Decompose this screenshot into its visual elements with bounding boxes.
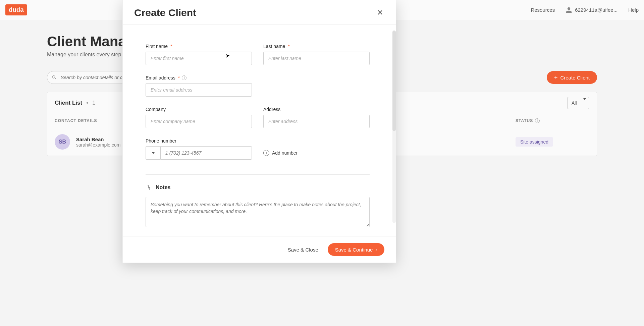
status-header-text: STATUS [516,118,533,123]
email-input[interactable] [146,83,252,97]
modal-body: First name* Last name* Email address* i [123,25,396,236]
search-icon [52,75,57,80]
required-star: * [288,44,289,49]
help-link[interactable]: Help [628,7,639,13]
contact-email: sarah@example.com [76,142,121,148]
status-badge: Site assigned [516,137,553,147]
status-filter[interactable]: All [567,97,589,109]
address-field-group: Address [263,107,370,128]
first-name-input[interactable] [146,52,252,65]
company-input[interactable] [146,115,252,128]
avatar: SB [55,134,70,150]
email-label: Email address* i [146,75,252,80]
list-separator: • [86,100,88,106]
plus-circle-icon: + [263,150,269,156]
phone-field-group: Phone number [146,138,252,160]
save-close-button[interactable]: Save & Close [288,247,318,253]
chevron-down-icon [152,152,155,154]
divider [146,174,370,175]
first-name-label-text: First name [146,44,168,49]
info-icon[interactable]: i [535,118,540,123]
company-label: Company [146,107,252,112]
list-count: 1 [92,100,95,106]
resources-label: Resources [531,7,555,13]
email-field-group: Email address* i [146,75,252,97]
first-name-label: First name* [146,44,252,49]
modal-footer: Save & Close Save & Continue › [123,236,396,263]
help-label: Help [628,7,639,13]
notes-label: Notes [156,184,170,191]
info-icon[interactable]: i [182,75,186,80]
close-icon: ✕ [377,8,383,17]
last-name-field-group: Last name* [263,44,370,65]
last-name-label: Last name* [263,44,370,49]
pin-icon [145,183,153,192]
required-star: * [178,75,180,80]
client-list-title: Client List • 1 [55,100,96,106]
required-star: * [170,44,172,49]
notes-textarea[interactable] [146,197,370,227]
chevron-right-icon: › [375,247,377,252]
account-menu[interactable]: 6229411a@uifee... [566,7,618,13]
save-continue-button[interactable]: Save & Continue › [328,243,384,256]
create-client-modal: Create Client ✕ First name* Last name* [122,0,396,263]
close-button[interactable]: ✕ [376,7,384,18]
address-label: Address [263,107,370,112]
logo[interactable]: duda [5,4,27,15]
last-name-label-text: Last name [263,44,285,49]
create-client-button[interactable]: + Create Client [547,71,597,84]
save-continue-label: Save & Continue [335,247,373,253]
list-title-text: Client List [55,100,82,106]
contact-name: Sarah Bean [76,137,121,142]
first-name-field-group: First name* [146,44,252,65]
scrollbar-thumb[interactable] [392,31,396,131]
address-input[interactable] [263,115,370,128]
company-field-group: Company [146,107,252,128]
user-icon [566,7,572,13]
col-header-status: STATUS i [516,118,589,123]
add-number-button[interactable]: + Add number [263,146,370,160]
modal-title: Create Client [134,7,196,18]
resources-link[interactable]: Resources [531,7,555,13]
notes-header: Notes [146,184,370,191]
email-label-text: Email address [146,75,175,80]
last-name-input[interactable] [263,52,370,65]
account-email: 6229411a@uifee... [575,7,618,13]
add-number-label: Add number [272,150,298,156]
phone-input[interactable] [160,146,252,160]
plus-icon: + [554,74,558,81]
phone-country-selector[interactable] [146,146,160,160]
phone-label: Phone number [146,138,252,144]
create-client-label: Create Client [560,75,590,80]
